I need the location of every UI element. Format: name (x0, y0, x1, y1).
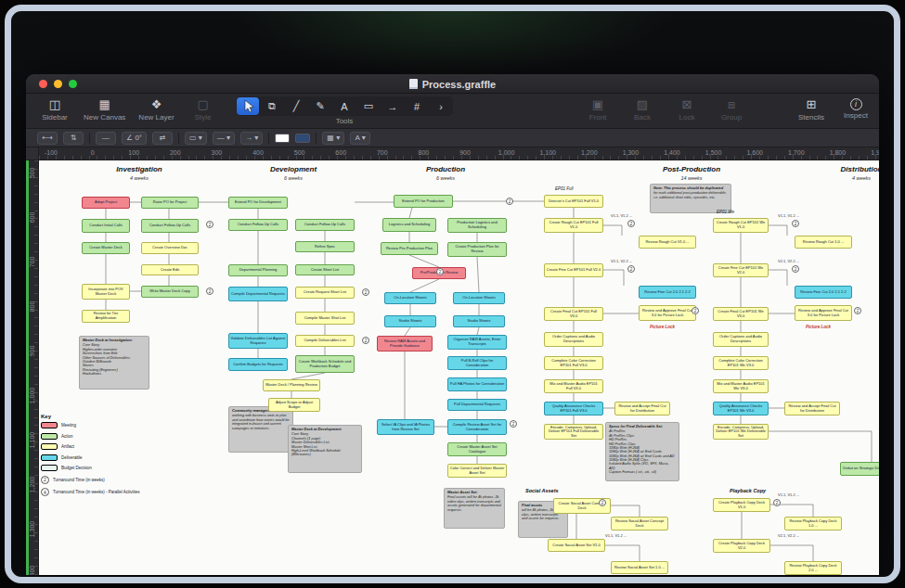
format-control[interactable]: ⟷ (37, 132, 58, 145)
flow-node[interactable]: Color Correct and Deliver Master Asset S… (447, 464, 507, 478)
flow-node[interactable]: Review and Accept Final Cut for Distribu… (784, 402, 840, 415)
format-control[interactable]: ⇅ (63, 132, 84, 145)
format-control[interactable]: ▭ ▾ (185, 132, 207, 145)
flow-node[interactable]: Create Rough Cut EP101 We V1.0 (713, 218, 769, 233)
flow-node[interactable]: Create Playback Copy Deck V2.0 (713, 539, 770, 553)
flow-node[interactable]: Compile Departmental Requests (228, 287, 288, 301)
flow-node[interactable]: Conduct Follow-Up Calls (295, 219, 355, 231)
flow-node[interactable]: Review Social Asset Concept Deck (611, 517, 668, 530)
flow-node[interactable]: Conduct Follow-Up Calls (228, 219, 288, 231)
flow-node[interactable]: Review Playback Copy Deck 1.0 ... (784, 517, 842, 530)
flow-node[interactable]: Compile Review Asset Set for Considerati… (447, 419, 507, 435)
flow-node[interactable]: Create Short List (295, 264, 355, 275)
flow-node[interactable]: Write Master Deck Copy (141, 286, 199, 298)
flow-node[interactable]: Order Captions and Audio Descriptions (713, 332, 769, 347)
shape-tool-button[interactable]: ⧉ (261, 97, 283, 115)
flow-node[interactable]: Director's Cut EP101 Full V1.0 (544, 195, 603, 208)
flow-node[interactable]: Review Playback Copy Deck 2.0 ... (784, 561, 842, 575)
flow-node[interactable]: Create Social Asset Set V1.0 (548, 539, 605, 552)
toolbar-new-canvas-button[interactable]: ▦New Canvas (84, 96, 125, 121)
flow-node[interactable]: Create Production Plan for Review (447, 242, 507, 257)
flow-node[interactable]: Create Workback Schedule and Production … (295, 355, 355, 373)
flow-node[interactable]: Pull HA Photos for Consideration (447, 377, 507, 391)
flow-node[interactable]: Adjust Scope or Adjust Budget (268, 398, 320, 412)
flow-node[interactable]: Master Deck / Planning Review (263, 379, 320, 391)
flow-node[interactable]: Create Master Asset Set Catalogue (447, 442, 507, 456)
flow-node[interactable]: Quality Assurance Checks EP101 We V3.0 (713, 402, 769, 415)
format-control[interactable]: — ▾ (213, 132, 235, 145)
flow-node[interactable]: Review Social Asset Set 1.0 ... (611, 561, 668, 574)
flow-node[interactable]: Create Request Short List (295, 287, 355, 299)
flow-node[interactable]: Raise PO for Project (141, 197, 199, 209)
toolbar-inspect-button[interactable]: iInspect (840, 96, 872, 121)
flow-node[interactable]: Create Overview Doc (141, 242, 199, 254)
flow-node[interactable]: Order Captions and Audio Descriptions (544, 332, 603, 347)
format-control[interactable]: ∠ 0° (122, 132, 147, 145)
toolbar-new-layer-button[interactable]: ❖New Layer (138, 96, 174, 121)
text-tool-button[interactable]: A (333, 97, 356, 115)
flow-node[interactable]: On-Location Shoots (384, 292, 436, 304)
flow-node[interactable]: Review for Tier Amplification (82, 310, 130, 323)
grid-tool-button[interactable]: # (406, 97, 428, 115)
flow-node[interactable]: Extend PO for Development (228, 197, 288, 209)
flow-node[interactable]: Review Pre-Production Plan (381, 242, 438, 255)
color-well[interactable] (295, 134, 310, 143)
flow-node[interactable]: Mix and Master Audio EP101 Full V3.0 (544, 379, 603, 393)
flow-node[interactable]: Review and Accept Final Cut for Distribu… (614, 402, 670, 415)
flow-node[interactable]: On-Location Shoots (453, 292, 505, 304)
flow-node[interactable]: Review and Approve Final Cut 3.0 for Pic… (795, 305, 852, 321)
flow-node[interactable]: Conduct Initial Calls (82, 219, 130, 233)
format-control[interactable]: ⇄ (152, 132, 173, 145)
flow-node[interactable]: Review RAW Assets and Provide Guidance (377, 336, 433, 352)
flow-node[interactable]: Review Rough Cut V1.0 ... (639, 236, 696, 249)
flow-node[interactable]: Pull Departmental Requests (447, 399, 507, 411)
format-control[interactable]: → ▾ (240, 132, 263, 145)
flow-node[interactable]: Select IA Clips and IA Photos from Revie… (377, 419, 434, 435)
format-control[interactable]: ▦ ▾ (322, 132, 344, 145)
flow-node[interactable]: Create Edit (141, 264, 199, 275)
flow-node[interactable]: Create Fine Cut EP101 We V2.0 (713, 263, 769, 277)
flow-node[interactable]: Create Final Cut EP101 Full V3.0 (544, 307, 603, 321)
pen-tool-button[interactable]: ✎ (309, 97, 331, 115)
flow-node[interactable]: Review Rough Cut 1.0 ... (795, 236, 852, 249)
flow-node[interactable]: Compile Master Shot List (295, 312, 355, 325)
flow-node[interactable]: Create Master Deck (82, 242, 130, 254)
flow-node[interactable]: Create Rough Cut EP101 Full V1.0 (544, 218, 603, 233)
flow-node[interactable]: Create Final Cut EP101 We V3.0 (713, 307, 769, 321)
toolbar-stencils-button[interactable]: ⊞Stencils (795, 96, 827, 121)
flow-node[interactable]: Pull B-Roll Clips for Consideration (447, 356, 507, 370)
rectangle-tool-button[interactable]: ▭ (357, 97, 380, 115)
flow-node[interactable]: Complete Color Correction EP101 Full V3.… (544, 356, 603, 370)
toolbar-sidebar-button[interactable]: ◫Sidebar (39, 96, 71, 121)
flow-node[interactable]: Quality Assurance Checks EP101 Full V3.0 (544, 402, 603, 415)
flow-node[interactable]: Logistics and Scheduling (382, 218, 436, 232)
flow-node[interactable]: Departmental Planning (228, 264, 288, 276)
flow-node[interactable]: Refine Spec (295, 241, 355, 252)
format-control[interactable]: A ▾ (350, 132, 370, 145)
flow-node[interactable]: Mix and Master Audio EP101 We V3.0 (713, 379, 769, 393)
flow-node[interactable]: Confirm Budgets for Requests (228, 358, 288, 371)
flow-node[interactable]: Encode, Compress, Upload, Deliver EP101 … (713, 424, 769, 440)
flow-node[interactable]: Compile Deliverables List (295, 335, 355, 347)
flow-node[interactable]: Review and Approve Final Cut 3.0 for Pic… (639, 305, 696, 321)
flow-node[interactable]: Review Fine Cut 2.0 2.1 2.2 (795, 286, 852, 299)
flow-node[interactable]: Debut on Strategic Distribution Plan (840, 462, 879, 476)
flow-node[interactable]: Adopt Project (82, 197, 130, 209)
flow-node[interactable]: Validate Deliverables List Against Reque… (228, 333, 288, 349)
more-tools-button[interactable]: › (430, 97, 452, 115)
flow-node[interactable]: Conduct Follow-Up Calls (141, 219, 199, 233)
flow-node[interactable]: Review Fine Cut 2.0 2.1 2.2 (639, 286, 696, 299)
flow-node[interactable]: Incorporate into POV Master Deck (82, 284, 130, 300)
selection-tool-button[interactable] (237, 97, 259, 115)
connection-tool-button[interactable]: → (381, 97, 404, 115)
flow-node[interactable]: Studio Shoots (384, 315, 436, 327)
flow-node[interactable]: Complete Color Correction EP101 We V3.0 (713, 356, 769, 370)
flow-node[interactable]: Extend PO for Production (394, 195, 453, 208)
flow-node[interactable]: Encode, Compress, Upload, Deliver EP101 … (544, 424, 603, 440)
line-tool-button[interactable]: ╱ (285, 97, 307, 115)
flow-node[interactable]: Create Fine Cut EP101 Full V2.0 (544, 263, 603, 277)
format-control[interactable]: — (96, 132, 116, 145)
flow-node[interactable]: Studio Shoots (453, 315, 505, 327)
flow-node[interactable]: Create Playback Copy Deck V1.0 (713, 498, 770, 512)
color-well[interactable] (275, 134, 290, 143)
